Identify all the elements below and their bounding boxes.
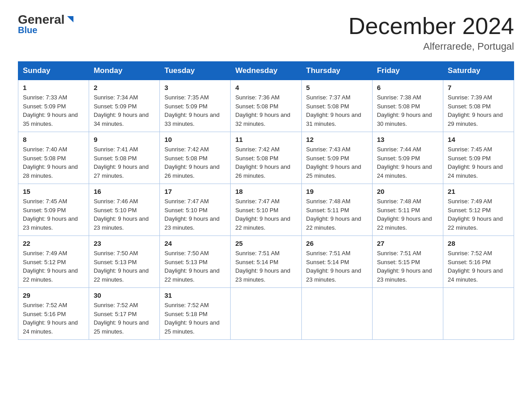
day-info: Sunrise: 7:45 AMSunset: 5:09 PMDaylight:…: [23, 197, 84, 232]
day-info: Sunrise: 7:51 AMSunset: 5:14 PMDaylight:…: [306, 249, 368, 284]
month-title: December 2024: [348, 13, 514, 39]
day-number: 1: [23, 84, 84, 91]
day-info: Sunrise: 7:46 AMSunset: 5:10 PMDaylight:…: [94, 197, 155, 232]
col-tuesday: Tuesday: [160, 62, 231, 80]
day-info: Sunrise: 7:47 AMSunset: 5:10 PMDaylight:…: [235, 197, 296, 232]
day-number: 28: [448, 240, 509, 247]
day-info: Sunrise: 7:50 AMSunset: 5:13 PMDaylight:…: [94, 249, 155, 284]
day-info: Sunrise: 7:41 AMSunset: 5:08 PMDaylight:…: [94, 145, 155, 180]
table-row: 17Sunrise: 7:47 AMSunset: 5:10 PMDayligh…: [160, 184, 231, 236]
day-info: Sunrise: 7:36 AMSunset: 5:08 PMDaylight:…: [235, 93, 296, 128]
day-number: 3: [164, 84, 226, 91]
calendar-week-row: 22Sunrise: 7:49 AMSunset: 5:12 PMDayligh…: [18, 236, 514, 288]
table-row: 1Sunrise: 7:33 AMSunset: 5:09 PMDaylight…: [18, 80, 89, 132]
table-row: [443, 288, 514, 340]
day-info: Sunrise: 7:40 AMSunset: 5:08 PMDaylight:…: [23, 145, 84, 180]
day-number: 16: [94, 188, 155, 195]
day-number: 8: [23, 136, 84, 143]
calendar-week-row: 8Sunrise: 7:40 AMSunset: 5:08 PMDaylight…: [18, 132, 514, 184]
table-row: [372, 288, 443, 340]
table-row: 6Sunrise: 7:38 AMSunset: 5:08 PMDaylight…: [372, 80, 443, 132]
table-row: 24Sunrise: 7:50 AMSunset: 5:13 PMDayligh…: [160, 236, 231, 288]
day-info: Sunrise: 7:34 AMSunset: 5:09 PMDaylight:…: [94, 93, 155, 128]
col-friday: Friday: [372, 62, 443, 80]
table-row: 18Sunrise: 7:47 AMSunset: 5:10 PMDayligh…: [231, 184, 301, 236]
col-wednesday: Wednesday: [231, 62, 301, 80]
logo: General Blue: [18, 13, 75, 35]
day-info: Sunrise: 7:44 AMSunset: 5:09 PMDaylight:…: [377, 145, 438, 180]
table-row: [231, 288, 301, 340]
location: Alferrarede, Portugal: [348, 41, 514, 52]
day-number: 12: [306, 136, 368, 143]
table-row: [301, 288, 372, 340]
day-number: 21: [448, 188, 509, 195]
day-number: 22: [23, 240, 84, 247]
day-number: 9: [94, 136, 155, 143]
day-info: Sunrise: 7:52 AMSunset: 5:16 PMDaylight:…: [23, 301, 84, 336]
day-number: 29: [23, 291, 84, 299]
day-info: Sunrise: 7:49 AMSunset: 5:12 PMDaylight:…: [23, 249, 84, 284]
table-row: 29Sunrise: 7:52 AMSunset: 5:16 PMDayligh…: [18, 288, 89, 340]
day-info: Sunrise: 7:42 AMSunset: 5:08 PMDaylight:…: [235, 145, 296, 180]
day-number: 11: [235, 136, 296, 143]
calendar-week-row: 1Sunrise: 7:33 AMSunset: 5:09 PMDaylight…: [18, 80, 514, 132]
calendar-week-row: 15Sunrise: 7:45 AMSunset: 5:09 PMDayligh…: [18, 184, 514, 236]
day-info: Sunrise: 7:47 AMSunset: 5:10 PMDaylight:…: [164, 197, 226, 232]
day-info: Sunrise: 7:48 AMSunset: 5:11 PMDaylight:…: [377, 197, 438, 232]
day-info: Sunrise: 7:49 AMSunset: 5:12 PMDaylight:…: [448, 197, 509, 232]
table-row: 23Sunrise: 7:50 AMSunset: 5:13 PMDayligh…: [89, 236, 160, 288]
day-info: Sunrise: 7:51 AMSunset: 5:14 PMDaylight:…: [235, 249, 296, 284]
table-row: 13Sunrise: 7:44 AMSunset: 5:09 PMDayligh…: [372, 132, 443, 184]
table-row: 4Sunrise: 7:36 AMSunset: 5:08 PMDaylight…: [231, 80, 301, 132]
logo-blue: Blue: [18, 25, 37, 35]
day-number: 2: [94, 84, 155, 91]
day-number: 14: [448, 136, 509, 143]
col-sunday: Sunday: [18, 62, 89, 80]
calendar-header-row: Sunday Monday Tuesday Wednesday Thursday…: [18, 62, 514, 80]
table-row: 11Sunrise: 7:42 AMSunset: 5:08 PMDayligh…: [231, 132, 301, 184]
day-info: Sunrise: 7:43 AMSunset: 5:09 PMDaylight:…: [306, 145, 368, 180]
calendar-week-row: 29Sunrise: 7:52 AMSunset: 5:16 PMDayligh…: [18, 288, 514, 340]
day-number: 27: [377, 240, 438, 247]
table-row: 7Sunrise: 7:39 AMSunset: 5:08 PMDaylight…: [443, 80, 514, 132]
table-row: 19Sunrise: 7:48 AMSunset: 5:11 PMDayligh…: [301, 184, 372, 236]
day-number: 30: [94, 291, 155, 299]
day-number: 5: [306, 84, 368, 91]
table-row: 30Sunrise: 7:52 AMSunset: 5:17 PMDayligh…: [89, 288, 160, 340]
title-block: December 2024 Alferrarede, Portugal: [348, 13, 514, 52]
day-info: Sunrise: 7:52 AMSunset: 5:18 PMDaylight:…: [164, 301, 226, 336]
day-number: 26: [306, 240, 368, 247]
day-number: 13: [377, 136, 438, 143]
day-info: Sunrise: 7:52 AMSunset: 5:17 PMDaylight:…: [94, 301, 155, 336]
table-row: 5Sunrise: 7:37 AMSunset: 5:08 PMDaylight…: [301, 80, 372, 132]
table-row: 8Sunrise: 7:40 AMSunset: 5:08 PMDaylight…: [18, 132, 89, 184]
day-number: 24: [164, 240, 226, 247]
table-row: 9Sunrise: 7:41 AMSunset: 5:08 PMDaylight…: [89, 132, 160, 184]
table-row: 21Sunrise: 7:49 AMSunset: 5:12 PMDayligh…: [443, 184, 514, 236]
day-number: 6: [377, 84, 438, 91]
day-number: 23: [94, 240, 155, 247]
table-row: 20Sunrise: 7:48 AMSunset: 5:11 PMDayligh…: [372, 184, 443, 236]
day-info: Sunrise: 7:39 AMSunset: 5:08 PMDaylight:…: [448, 93, 509, 128]
day-info: Sunrise: 7:35 AMSunset: 5:09 PMDaylight:…: [164, 93, 226, 128]
logo-triangle-icon: [65, 14, 75, 24]
day-number: 4: [235, 84, 296, 91]
table-row: 22Sunrise: 7:49 AMSunset: 5:12 PMDayligh…: [18, 236, 89, 288]
table-row: 12Sunrise: 7:43 AMSunset: 5:09 PMDayligh…: [301, 132, 372, 184]
table-row: 2Sunrise: 7:34 AMSunset: 5:09 PMDaylight…: [89, 80, 160, 132]
table-row: 25Sunrise: 7:51 AMSunset: 5:14 PMDayligh…: [231, 236, 301, 288]
table-row: 26Sunrise: 7:51 AMSunset: 5:14 PMDayligh…: [301, 236, 372, 288]
table-row: 27Sunrise: 7:51 AMSunset: 5:15 PMDayligh…: [372, 236, 443, 288]
svg-marker-0: [67, 16, 73, 22]
day-info: Sunrise: 7:42 AMSunset: 5:08 PMDaylight:…: [164, 145, 226, 180]
day-info: Sunrise: 7:51 AMSunset: 5:15 PMDaylight:…: [377, 249, 438, 284]
col-monday: Monday: [89, 62, 160, 80]
day-number: 20: [377, 188, 438, 195]
day-number: 25: [235, 240, 296, 247]
day-number: 17: [164, 188, 226, 195]
day-number: 7: [448, 84, 509, 91]
day-info: Sunrise: 7:52 AMSunset: 5:16 PMDaylight:…: [448, 249, 509, 284]
logo-general: General: [18, 13, 64, 26]
col-thursday: Thursday: [301, 62, 372, 80]
day-info: Sunrise: 7:33 AMSunset: 5:09 PMDaylight:…: [23, 93, 84, 128]
